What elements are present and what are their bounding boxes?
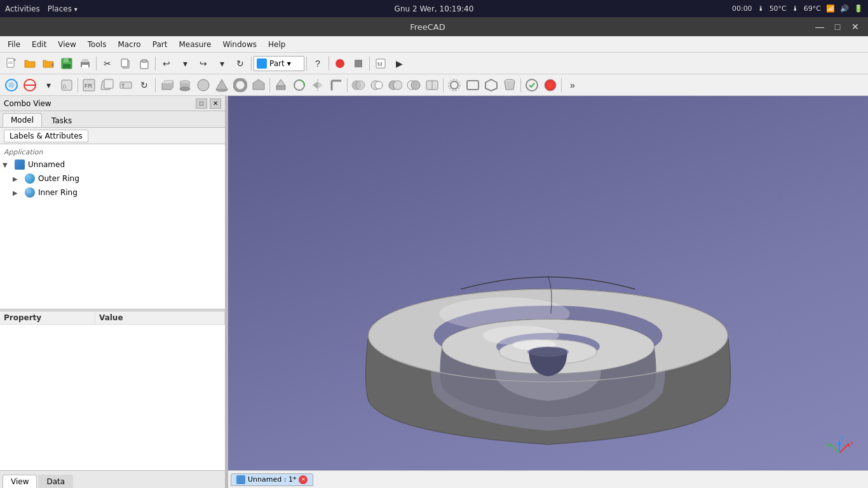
part-boolean-button[interactable]	[349, 76, 367, 94]
property-header: Property Value	[0, 311, 225, 325]
tab-tasks[interactable]: Tasks	[43, 114, 80, 127]
fit-all-button[interactable]	[3, 76, 20, 94]
menu-macro[interactable]: Macro	[112, 39, 146, 50]
workbench-selector[interactable]: Part ▾	[254, 56, 304, 71]
undo-dropdown-button[interactable]: ▾	[176, 55, 194, 72]
tree-application-label: Application	[0, 147, 225, 158]
maximize-button[interactable]: □	[830, 20, 845, 33]
svg-marker-63	[485, 79, 497, 91]
save-recent-button[interactable]	[39, 55, 57, 72]
home-view-button[interactable]: ⌂	[58, 76, 76, 94]
tree-item-unnamed[interactable]: ▼ Unnamed	[0, 158, 225, 172]
run-macro-button[interactable]: ▶	[390, 55, 408, 72]
part-offset-button[interactable]	[445, 76, 463, 94]
paste-button[interactable]	[135, 55, 153, 72]
svg-rect-7	[69, 58, 71, 61]
part-prism-button[interactable]	[250, 76, 268, 94]
part-torus-button[interactable]	[231, 76, 249, 94]
record-button[interactable]	[331, 55, 349, 72]
svg-point-57	[411, 81, 420, 90]
view-back-button[interactable]	[98, 76, 116, 94]
part-sphere-button[interactable]	[194, 76, 212, 94]
part-defeaturing-button[interactable]	[482, 76, 500, 94]
menu-measure[interactable]: Measure	[173, 39, 216, 50]
part-fillet-button[interactable]	[327, 76, 345, 94]
open-file-button[interactable]	[21, 55, 39, 72]
redo-dropdown-button[interactable]: ▾	[213, 55, 231, 72]
tab-model[interactable]: Model	[3, 113, 42, 127]
stop-button[interactable]	[349, 55, 367, 72]
part-fuse-button[interactable]	[386, 76, 404, 94]
cut-button[interactable]: ✂	[98, 55, 116, 72]
menu-view[interactable]: View	[53, 39, 81, 50]
viewport-tab-unnamed[interactable]: Unnamed : 1* ✕	[231, 473, 313, 486]
tree-item-inner-ring[interactable]: ▶ Inner Ring	[0, 186, 225, 200]
part-extrude-button[interactable]	[272, 76, 290, 94]
view-config-button[interactable]	[21, 76, 39, 94]
menu-file[interactable]: File	[3, 39, 25, 50]
viewport-tab-close-button[interactable]: ✕	[299, 475, 308, 484]
new-file-button[interactable]	[3, 55, 20, 72]
part-common-button[interactable]	[405, 76, 423, 94]
svg-text:y: y	[825, 440, 829, 446]
part-checkgeom-button[interactable]	[523, 76, 541, 94]
combo-restore-button[interactable]: □	[196, 98, 207, 109]
view-top-button[interactable]: T	[117, 76, 135, 94]
part-colorface-button[interactable]	[541, 76, 559, 94]
tab-view[interactable]: View	[3, 475, 37, 488]
part-extras-button[interactable]: »	[564, 76, 581, 94]
macro-editor-button[interactable]: M	[372, 55, 390, 72]
tree-icon-outer-ring	[24, 173, 36, 184]
menu-help[interactable]: Help	[263, 39, 290, 50]
close-button[interactable]: ✕	[848, 20, 863, 33]
redo-button[interactable]: ↪	[194, 55, 212, 72]
system-bar: Activities Places ▾ Gnu 2 Wer, 10:19:40 …	[0, 0, 868, 17]
part-join-button[interactable]	[423, 76, 441, 94]
part-cut-button[interactable]	[368, 76, 386, 94]
labels-attributes-button[interactable]: Labels & Attributes	[4, 130, 88, 142]
svg-rect-15	[142, 60, 147, 62]
tree-item-outer-ring[interactable]: ▶ Outer Ring	[0, 172, 225, 186]
svg-rect-13	[121, 59, 128, 67]
save-button[interactable]	[58, 55, 76, 72]
view-rotate-button[interactable]: ↻	[135, 76, 153, 94]
whats-new-button[interactable]: ?	[309, 55, 327, 72]
part-cone-button[interactable]	[213, 76, 231, 94]
menu-part[interactable]: Part	[147, 39, 173, 50]
menu-edit[interactable]: Edit	[27, 39, 51, 50]
view-toolbar: ▾ ⌂ FR T ↻	[0, 74, 868, 96]
model-tree: Application ▼ Unnamed ▶ Outer Ring ▶	[0, 144, 225, 309]
menu-tools[interactable]: Tools	[83, 39, 112, 50]
part-loft-button[interactable]	[501, 76, 519, 94]
refresh-button[interactable]: ↻	[231, 55, 249, 72]
menu-windows[interactable]: Windows	[217, 39, 262, 50]
view-dropdown-button[interactable]: ▾	[39, 76, 57, 94]
svg-point-61	[451, 81, 458, 89]
part-cyl-button[interactable]	[176, 76, 194, 94]
svg-marker-48	[313, 81, 318, 89]
activities-label[interactable]: Activities	[5, 4, 40, 13]
view-front-button[interactable]: FR	[80, 76, 98, 94]
undo-button[interactable]: ↩	[158, 55, 175, 72]
viewport-tab-label: Unnamed : 1*	[248, 475, 296, 484]
svg-point-37	[180, 87, 190, 91]
print-button[interactable]	[76, 55, 94, 72]
svg-text:M: M	[377, 61, 383, 67]
part-box-button[interactable]	[158, 76, 175, 94]
svg-point-67	[547, 82, 553, 88]
part-revolve-button[interactable]	[290, 76, 308, 94]
tree-label-outer-ring: Outer Ring	[38, 174, 79, 183]
axis-indicator: x y z	[824, 431, 855, 463]
combo-close-button[interactable]: ✕	[210, 98, 221, 109]
part-mirror-button[interactable]	[309, 76, 327, 94]
part-thickness-button[interactable]	[464, 76, 482, 94]
combo-view-label: Combo View	[4, 99, 51, 108]
3d-canvas[interactable]: x y z Unnamed : 1* ✕	[228, 96, 868, 488]
3d-scene-svg	[228, 96, 868, 488]
minimize-button[interactable]: —	[812, 20, 827, 33]
tree-icon-unnamed	[14, 159, 25, 170]
copy-button[interactable]	[117, 55, 135, 72]
svg-rect-2	[8, 62, 13, 62]
places-menu[interactable]: Places ▾	[48, 4, 78, 13]
tab-data[interactable]: Data	[38, 475, 73, 488]
